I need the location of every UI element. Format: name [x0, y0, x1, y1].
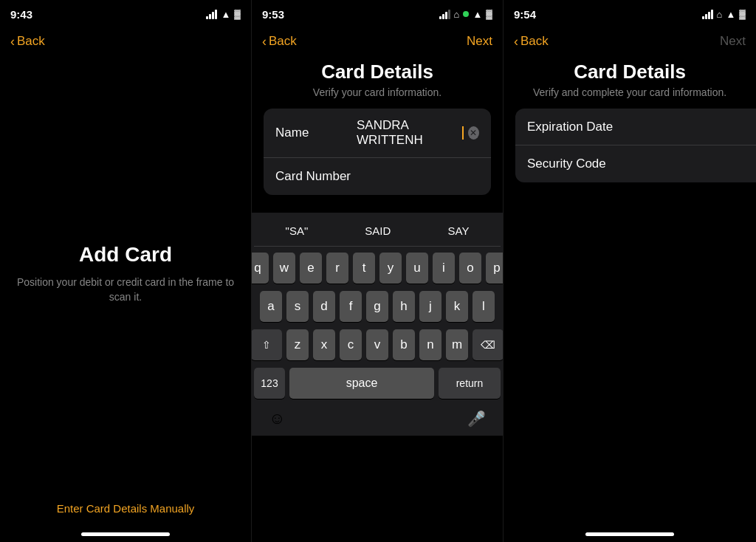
mic-key[interactable]: 🎤 — [467, 410, 486, 428]
panel-card-details-complete: 9:54 ⌂ ▲ ▓ ‹ Back Next Card Details Veri… — [504, 0, 756, 542]
name-value: SANDRA WRITTENH ✕ — [357, 118, 479, 148]
key-l[interactable]: l — [472, 291, 495, 322]
card-number-label: Card Number — [275, 169, 357, 184]
name-label: Name — [275, 126, 357, 140]
card-form-2: Name SANDRA WRITTENH ✕ Card Number — [264, 109, 491, 195]
name-row[interactable]: Name SANDRA WRITTENH ✕ — [264, 109, 491, 158]
card-form-3: Expiration Date Security Code — [515, 109, 756, 182]
key-return[interactable]: return — [439, 368, 501, 399]
signal-icon-2 — [439, 10, 450, 19]
key-g[interactable]: g — [366, 291, 388, 322]
status-icons-3: ⌂ ▲ ▓ — [702, 9, 746, 20]
key-s[interactable]: s — [286, 291, 309, 322]
keyboard-suggestions: SA SAID SAY — [254, 217, 501, 247]
key-x[interactable]: x — [313, 329, 335, 360]
card-details-subtitle-3: Verify and complete your card informatio… — [504, 86, 756, 109]
emoji-key[interactable]: ☺ — [269, 409, 285, 428]
status-icons-2: ⌂ ▲ ▓ — [439, 9, 492, 20]
key-e[interactable]: e — [300, 253, 322, 284]
suggestion-said[interactable]: SAID — [356, 222, 399, 240]
key-delete[interactable]: ⌫ — [472, 329, 504, 360]
key-p[interactable]: p — [486, 253, 504, 284]
key-o[interactable]: o — [459, 253, 481, 284]
key-h[interactable]: h — [393, 291, 415, 322]
back-label-2: Back — [269, 34, 297, 49]
key-space[interactable]: space — [289, 368, 434, 399]
key-w[interactable]: w — [273, 253, 295, 284]
suggestion-say[interactable]: SAY — [439, 222, 478, 240]
status-icons-1: ▲ ▓ — [206, 9, 241, 20]
back-button-1[interactable]: ‹ Back — [10, 34, 45, 49]
key-n[interactable]: n — [419, 329, 441, 360]
add-card-title: Add Card — [79, 243, 172, 267]
keyboard-bottom-row: 123 space return — [254, 368, 501, 399]
key-b[interactable]: b — [393, 329, 415, 360]
status-bar-2: 9:53 ⌂ ▲ ▓ — [252, 0, 503, 25]
clear-name-button[interactable]: ✕ — [468, 126, 479, 140]
security-code-row[interactable]: Security Code — [515, 145, 756, 182]
battery-icon-1: ▓ — [234, 9, 241, 19]
time-2: 9:53 — [262, 8, 284, 21]
key-a[interactable]: a — [260, 291, 282, 322]
keyboard-extras: ☺ 🎤 — [254, 405, 501, 436]
keyboard: SA SAID SAY q w e r t y u i o p a s d f … — [252, 213, 503, 436]
card-details-title-2: Card Details — [252, 58, 504, 86]
battery-icon-2: ▓ — [486, 9, 492, 19]
key-m[interactable]: m — [446, 329, 468, 360]
chevron-left-icon-2: ‹ — [262, 34, 267, 49]
key-num[interactable]: 123 — [254, 368, 285, 399]
key-r[interactable]: r — [326, 253, 348, 284]
key-d[interactable]: d — [313, 291, 335, 322]
next-button-3-disabled: Next — [720, 34, 746, 49]
card-number-row[interactable]: Card Number — [264, 158, 491, 195]
keyboard-row-3: ⇧ z x c v b n m ⌫ — [254, 329, 501, 360]
key-z[interactable]: z — [286, 329, 309, 360]
back-label-3: Back — [520, 34, 549, 49]
nav-bar-1: ‹ Back — [0, 25, 251, 58]
name-text: SANDRA WRITTENH — [357, 118, 458, 148]
back-button-3[interactable]: ‹ Back — [514, 34, 549, 49]
home-indicator-1 — [81, 532, 170, 536]
signal-icon-3 — [702, 10, 713, 19]
location-icon-2: ⌂ — [454, 9, 460, 20]
panel-add-card: 9:43 ▲ ▓ ‹ Back Add Card Position your d… — [0, 0, 252, 542]
cursor — [462, 126, 464, 140]
back-button-2[interactable]: ‹ Back — [262, 34, 297, 49]
enter-manually-link[interactable]: Enter Card Details Manually — [0, 490, 251, 532]
wifi-icon-1: ▲ — [221, 9, 230, 20]
key-y[interactable]: y — [379, 253, 402, 284]
battery-icon-3: ▓ — [739, 9, 746, 19]
wifi-icon-2: ▲ — [472, 9, 482, 20]
key-u[interactable]: u — [406, 253, 428, 284]
card-details-subtitle-2: Verify your card information. — [252, 86, 504, 109]
panel-card-details-keyboard: 9:53 ⌂ ▲ ▓ ‹ Back Next Card Details Veri… — [252, 0, 504, 542]
time-3: 9:54 — [514, 8, 536, 21]
nav-bar-3: ‹ Back Next — [504, 25, 756, 58]
key-shift[interactable]: ⇧ — [252, 329, 282, 360]
status-bar-3: 9:54 ⌂ ▲ ▓ — [504, 0, 756, 25]
keyboard-row-1: q w e r t y u i o p — [254, 253, 501, 284]
key-c[interactable]: c — [340, 329, 362, 360]
status-bar-1: 9:43 ▲ ▓ — [0, 0, 251, 25]
suggestion-sa[interactable]: SA — [277, 222, 317, 240]
expiration-row[interactable]: Expiration Date — [515, 109, 756, 145]
next-button-2[interactable]: Next — [467, 34, 492, 49]
add-card-content: Add Card Position your debit or credit c… — [0, 58, 251, 490]
time-1: 9:43 — [10, 8, 32, 21]
signal-icon-1 — [206, 10, 217, 19]
card-details-title-3: Card Details — [504, 58, 756, 86]
key-q[interactable]: q — [252, 253, 269, 284]
chevron-left-icon-3: ‹ — [514, 34, 518, 49]
key-v[interactable]: v — [366, 329, 388, 360]
back-label-1: Back — [17, 34, 45, 49]
dot-icon-2 — [463, 11, 469, 17]
wifi-icon-3: ▲ — [726, 9, 735, 20]
key-f[interactable]: f — [340, 291, 362, 322]
chevron-left-icon-1: ‹ — [10, 34, 15, 49]
key-i[interactable]: i — [433, 253, 455, 284]
key-t[interactable]: t — [353, 253, 375, 284]
key-k[interactable]: k — [446, 291, 468, 322]
nav-bar-2: ‹ Back Next — [252, 25, 503, 58]
location-icon-3: ⌂ — [717, 9, 723, 20]
key-j[interactable]: j — [419, 291, 441, 322]
